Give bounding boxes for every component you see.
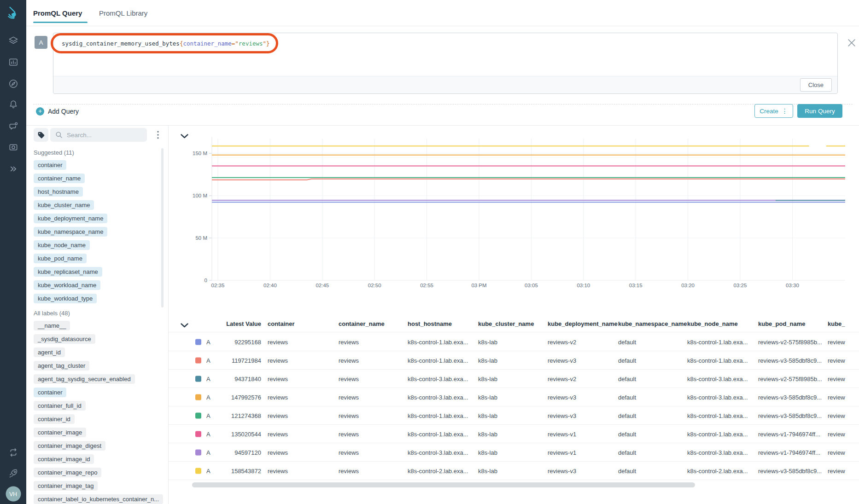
table-cell: reviews-v3 bbox=[548, 357, 576, 364]
create-button[interactable]: Create ⋮ bbox=[754, 104, 793, 118]
close-button[interactable]: Close bbox=[800, 78, 832, 92]
label-chip[interactable]: container_image_repo bbox=[34, 468, 101, 477]
column-header: Latest Value bbox=[226, 320, 261, 327]
rocket-icon[interactable] bbox=[8, 468, 18, 479]
table-row[interactable]: A94597120reviewsreviewsk8s-control-3.lab… bbox=[169, 443, 859, 462]
y-tick-label: 100 M bbox=[193, 193, 207, 198]
dashboards-icon[interactable] bbox=[8, 57, 18, 68]
table-cell: A bbox=[206, 467, 210, 474]
query-editor[interactable]: sysdig_container_memory_used_bytes{conta… bbox=[53, 33, 838, 94]
chart-svg: 150 M100 M50 M002:3502:4002:4502:5002:55… bbox=[169, 126, 859, 303]
table-cell: A bbox=[206, 394, 210, 400]
table-cell: 121274368 bbox=[231, 412, 261, 419]
table-cell: reviews-v2 bbox=[548, 375, 576, 382]
alerts-bell-icon[interactable] bbox=[8, 99, 18, 110]
table-cell: review bbox=[828, 357, 845, 364]
column-header: kube_namespace_name bbox=[618, 320, 687, 327]
dismiss-query-icon[interactable] bbox=[848, 39, 855, 46]
label-chip[interactable]: kube_workload_name bbox=[34, 280, 100, 290]
label-chip[interactable]: container bbox=[34, 388, 66, 397]
events-feed-icon[interactable] bbox=[8, 121, 18, 132]
active-tab-underline bbox=[33, 22, 88, 23]
table-cell: reviews bbox=[339, 449, 359, 456]
operator-token: =" bbox=[232, 40, 239, 47]
table-cell: default bbox=[618, 375, 636, 382]
captures-camera-icon[interactable] bbox=[8, 142, 18, 153]
run-query-button[interactable]: Run Query bbox=[797, 104, 842, 118]
label-chip[interactable]: kube_deployment_name bbox=[34, 214, 107, 223]
table-cell: reviews bbox=[268, 394, 288, 400]
table-cell: reviews bbox=[268, 449, 288, 456]
dashed-separator bbox=[33, 104, 853, 104]
y-tick-label: 50 M bbox=[195, 235, 207, 241]
table-row[interactable]: A147992576reviewsreviewsk8s-control-3.la… bbox=[169, 388, 859, 406]
label-chip[interactable]: container_name bbox=[34, 174, 85, 183]
label-chip[interactable]: _sysdig_datasource bbox=[34, 334, 95, 344]
add-query-button[interactable]: + Add Query bbox=[36, 105, 79, 117]
table-row[interactable]: A119721984reviewsreviewsk8s-control-1.la… bbox=[169, 351, 859, 370]
table-cell: reviews-v3 bbox=[548, 394, 576, 400]
table-cell: reviews bbox=[268, 430, 288, 437]
sysdig-logo-icon[interactable] bbox=[6, 6, 20, 19]
user-avatar[interactable]: VH bbox=[6, 487, 21, 502]
table-cell: k8s-control-3.lab.exa... bbox=[408, 449, 468, 456]
create-label: Create bbox=[760, 108, 778, 115]
table-cell: review bbox=[828, 430, 845, 437]
query-row-badge: A bbox=[35, 36, 47, 49]
table-cell: review bbox=[828, 338, 845, 345]
label-chip[interactable]: kube_namespace_name bbox=[34, 227, 107, 237]
label-chip[interactable]: container_label_io_kubernetes_container_… bbox=[34, 494, 163, 504]
table-cell: reviews-v1-7946974ff... bbox=[758, 449, 820, 456]
label-chip[interactable]: kube_cluster_name bbox=[34, 200, 94, 210]
x-tick-label: 02:40 bbox=[263, 283, 277, 288]
table-row[interactable]: A94371840reviewsreviewsk8s-control-3.lab… bbox=[169, 370, 859, 388]
label-chip[interactable]: container_full_id bbox=[34, 401, 86, 411]
labels-menu-kebab-icon[interactable] bbox=[153, 129, 163, 141]
label-chip[interactable]: container bbox=[34, 160, 66, 170]
advisor-layers-icon[interactable] bbox=[8, 35, 18, 46]
label-chip[interactable]: kube_workload_type bbox=[34, 294, 97, 303]
sync-loop-icon[interactable] bbox=[8, 447, 18, 458]
label-chip[interactable]: agent_id bbox=[34, 348, 65, 357]
table-cell: k8s-control-2.lab.exa... bbox=[687, 467, 748, 474]
table-cell: reviews bbox=[268, 412, 288, 419]
tag-filter-button[interactable] bbox=[34, 128, 48, 142]
x-tick-label: 03:30 bbox=[786, 283, 799, 288]
table-cell: k8s-control-3.lab.exa... bbox=[687, 375, 748, 382]
table-row[interactable]: A92295168reviewsreviewsk8s-control-1.lab… bbox=[169, 333, 859, 351]
table-row[interactable]: A121274368reviewsreviewsk8s-control-1.la… bbox=[169, 406, 859, 425]
search-input[interactable] bbox=[67, 128, 144, 142]
explore-compass-icon[interactable] bbox=[8, 79, 18, 89]
label-chip[interactable]: kube_pod_name bbox=[34, 254, 87, 263]
label-chip[interactable]: host_hostname bbox=[34, 187, 83, 197]
label-chip[interactable]: container_image_digest bbox=[34, 441, 105, 451]
table-row[interactable]: A135020544reviewsreviewsk8s-control-1.la… bbox=[169, 425, 859, 443]
label-chip[interactable]: container_image_id bbox=[34, 454, 94, 464]
label-chip[interactable]: container_id bbox=[34, 414, 75, 424]
expand-nav-chevrons-icon[interactable] bbox=[8, 164, 18, 174]
series-color-swatch bbox=[195, 449, 201, 455]
table-cell: reviews-v3 bbox=[548, 467, 576, 474]
promql-expression[interactable]: sysdig_container_memory_used_bytes{conta… bbox=[62, 40, 270, 47]
label-name-token: container_name bbox=[183, 40, 231, 47]
tab-promql-library[interactable]: PromQL Library bbox=[99, 0, 147, 26]
add-query-label: Add Query bbox=[48, 108, 79, 115]
table-cell: A bbox=[206, 430, 210, 437]
table-cell: reviews bbox=[268, 375, 288, 382]
labels-scrollbar[interactable] bbox=[161, 148, 164, 307]
table-row[interactable]: A158543872reviewsreviewsk8s-control-2.la… bbox=[169, 462, 859, 480]
label-chip[interactable]: agent_tag_sysdig_secure_enabled bbox=[34, 374, 135, 384]
table-cell: reviews bbox=[268, 467, 288, 474]
table-cell: reviews-v1 bbox=[548, 449, 576, 456]
label-chip[interactable]: container_image bbox=[34, 428, 86, 437]
label-value-token: reviews bbox=[239, 40, 263, 47]
label-chip[interactable]: kube_node_name bbox=[34, 240, 90, 250]
label-chip[interactable]: container_image_tag bbox=[34, 481, 98, 491]
table-cell: 135020544 bbox=[231, 430, 261, 437]
table-cell: default bbox=[618, 430, 636, 437]
label-chip[interactable]: __name__ bbox=[34, 321, 70, 330]
label-chip[interactable]: kube_replicaset_name bbox=[34, 267, 102, 277]
table-cell: default bbox=[618, 394, 636, 400]
label-chip[interactable]: agent_tag_cluster bbox=[34, 361, 89, 371]
table-horizontal-scrollbar[interactable] bbox=[192, 482, 695, 487]
